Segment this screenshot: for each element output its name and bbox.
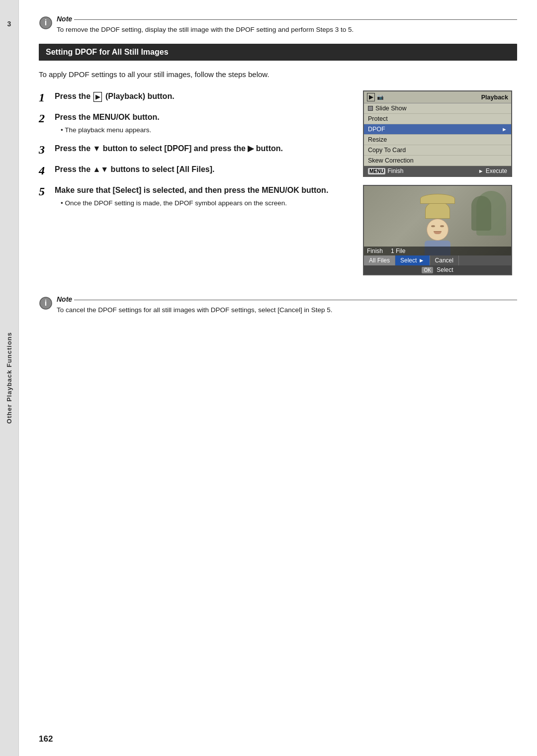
note-content: Note To remove the DPOF setting, display…: [57, 15, 517, 35]
menu-label: MENU: [368, 168, 385, 174]
bottom-note-text: To cancel the DPOF settings for all stil…: [57, 305, 517, 315]
menu-label-dpof: DPOF: [368, 126, 385, 133]
intro-text: To apply DPOF settings to all your still…: [39, 69, 517, 81]
menu-item-slideshow: Slide Show: [364, 103, 511, 114]
main-content: i Note To remove the DPOF setting, displ…: [19, 0, 537, 756]
menu-item-copy: Copy To Card: [364, 145, 511, 156]
step-2-number: 2: [39, 112, 55, 124]
footer-execute: Execute: [486, 168, 507, 174]
dpof-screen: Finish 1 File All Files Select ► Cancel: [363, 185, 512, 275]
step-5-title: Make sure that [Select] is selected, and…: [55, 184, 353, 196]
dpof-arrow: ►: [502, 126, 507, 132]
note-title-line: Note: [57, 15, 517, 23]
bottom-note: i Note To cancel the DPOF settings for a…: [39, 290, 517, 315]
section-heading: Setting DPOF for All Still Images: [39, 44, 517, 61]
person-head: [427, 219, 448, 241]
step-4-number: 4: [39, 165, 55, 176]
page-number: 162: [39, 734, 53, 744]
steps-right: ▶ 📷 Playback Slide Show Pro: [363, 90, 517, 275]
step-1-title: Press the ▶ (Playback) button.: [55, 90, 353, 102]
bottom-row1: Finish 1 File: [364, 247, 511, 255]
bottom-note-content: Note To cancel the DPOF settings for all…: [57, 295, 517, 315]
finish-label: Finish: [367, 248, 383, 254]
play-icon: ▶: [367, 93, 375, 101]
sidebar: 3 Other Playback Functions: [0, 0, 19, 756]
select-label: Select: [437, 266, 453, 273]
bottom-note-title: Note: [57, 295, 72, 303]
bottom-note-dashes: [74, 300, 517, 300]
file-count-label: 1 File: [391, 248, 405, 254]
camera-footer: MENU Finish ► Execute: [364, 166, 511, 176]
eye-left: [431, 225, 435, 227]
footer-finish: Finish: [387, 168, 403, 174]
step-5-content: Make sure that [Select] is selected, and…: [55, 184, 353, 208]
steps-area: 1 Press the ▶ (Playback) button. 2 Press…: [39, 90, 517, 275]
step-2-title: Press the MENU/OK button.: [55, 111, 353, 123]
menu-label-resize: Resize: [368, 136, 387, 143]
menu-item-protect: Protect: [364, 114, 511, 124]
step-1-content: Press the ▶ (Playback) button.: [55, 90, 353, 104]
top-note: i Note To remove the DPOF setting, displ…: [39, 15, 517, 35]
svg-text:i: i: [45, 18, 47, 27]
ok-label: OK: [422, 267, 433, 273]
hat-top: [425, 201, 450, 219]
tab-cancel: Cancel: [430, 255, 459, 265]
header-icons: ▶ 📷: [367, 93, 384, 101]
step-1-number: 1: [39, 91, 55, 103]
tab-all-files: All Files: [364, 255, 395, 265]
step-3-title: Press the ▼ button to select [DPOF] and …: [55, 143, 353, 155]
step-2: 2 Press the MENU/OK button. The playback…: [39, 111, 353, 135]
step-5-number: 5: [39, 185, 55, 197]
footer-exec: ► Execute: [478, 168, 507, 174]
menu-label-slideshow: Slide Show: [375, 105, 407, 112]
step-3: 3 Press the ▼ button to select [DPOF] an…: [39, 143, 353, 157]
camera-image-area: Finish 1 File: [364, 186, 511, 255]
execute-arrow: ►: [478, 168, 484, 174]
step-2-bullet: The playback menu appears.: [61, 125, 353, 135]
tab-select: Select ►: [395, 255, 430, 265]
overlay-labels: Finish 1 File: [364, 247, 511, 255]
svg-text:i: i: [45, 299, 47, 307]
step-5: 5 Make sure that [Select] is selected, a…: [39, 184, 353, 208]
ok-bar: OK Select: [364, 265, 511, 274]
step-3-content: Press the ▼ button to select [DPOF] and …: [55, 143, 353, 157]
hat-brim: [420, 194, 455, 204]
step-4-content: Press the ▲▼ buttons to select [All File…: [55, 164, 353, 177]
step-2-content: Press the MENU/OK button. The playback m…: [55, 111, 353, 135]
camera-header: ▶ 📷 Playback: [364, 91, 511, 103]
playback-icon-box: ▶: [93, 92, 102, 102]
menu-label-protect: Protect: [368, 115, 388, 122]
steps-left: 1 Press the ▶ (Playback) button. 2 Press…: [39, 90, 353, 275]
step-1: 1 Press the ▶ (Playback) button.: [39, 90, 353, 104]
sidebar-label: Other Playback Functions: [5, 332, 13, 423]
header-icon2: 📷: [377, 94, 384, 100]
chapter-number: 3: [7, 20, 11, 28]
menu-label-skew: Skew Correction: [368, 157, 414, 164]
bottom-note-icon: i: [39, 296, 53, 310]
header-title: Playback: [481, 94, 508, 101]
step-5-bullet: Once the DPOF setting is made, the DPOF …: [61, 198, 353, 208]
eye-right: [440, 225, 444, 227]
menu-item-skew: Skew Correction: [364, 156, 511, 166]
menu-label-copy: Copy To Card: [368, 147, 406, 154]
top-note-text: To remove the DPOF setting, display the …: [57, 25, 517, 35]
note-title: Note: [57, 15, 72, 23]
bottom-note-title-line: Note: [57, 295, 517, 303]
tree-shape2: [471, 196, 491, 231]
menu-item-resize: Resize: [364, 135, 511, 145]
slideshow-icon: [368, 106, 373, 111]
menu-item-dpof: DPOF ►: [364, 124, 511, 135]
playback-menu-screen: ▶ 📷 Playback Slide Show Pro: [363, 90, 512, 177]
step-3-number: 3: [39, 144, 55, 156]
note-dashes: [74, 19, 517, 20]
step-4-title: Press the ▲▼ buttons to select [All File…: [55, 164, 353, 175]
cam2-menu-bar: All Files Select ► Cancel: [364, 255, 511, 265]
step-4: 4 Press the ▲▼ buttons to select [All Fi…: [39, 164, 353, 177]
mouth: [434, 231, 442, 234]
note-icon: i: [39, 16, 53, 30]
